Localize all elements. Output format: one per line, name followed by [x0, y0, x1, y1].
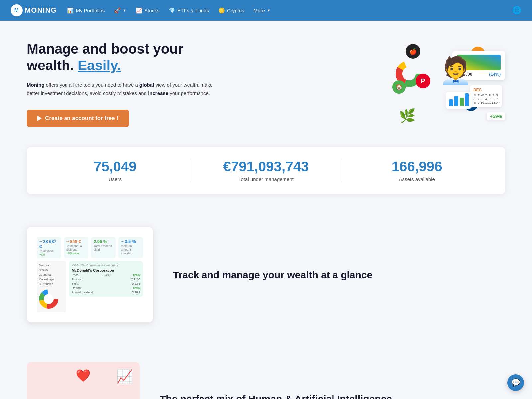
dashboard-mock: ~ 28 687 € Total value +8% ~ 848 € Total… [33, 234, 146, 316]
pinterest-icon: P [416, 74, 430, 88]
dash-stat-total-value: ~ 28 687 € Total value +8% [37, 237, 61, 258]
sidebar-item-sectors[interactable]: Sectors [39, 263, 65, 268]
bar2 [454, 96, 458, 106]
feature-ai: The perfect mix of Human & Artificial In… [0, 342, 532, 399]
more-caret: ▼ [267, 8, 271, 12]
stocks-icon: 📈 [136, 7, 142, 14]
bar1 [449, 99, 453, 106]
dash-stats-row: ~ 28 687 € Total value +8% ~ 848 € Total… [37, 237, 143, 258]
chat-bubble-button[interactable]: 💬 [507, 374, 524, 391]
portfolios-icon: 📊 [67, 7, 74, 14]
feature-track-text: Track and manage your wealth at a glance [173, 268, 505, 281]
globe-icon[interactable]: 🌐 [512, 6, 521, 15]
cta-button[interactable]: Create an account for free ! [27, 110, 129, 127]
stat-total-number: €791,093,743 [191, 159, 341, 174]
dash-stat-yield: 2.96 % Total dividend yield [91, 237, 116, 258]
dash-main: MCG:US - Consumer discretionary McDonald… [69, 261, 143, 312]
dash-stat-yield-invested: ~ 3.5 % Yield on amount invested [118, 237, 143, 258]
play-icon [37, 116, 42, 121]
rocket-caret: ▼ [123, 8, 126, 12]
svg-point-8 [44, 294, 53, 304]
stats-wrapper: 75,049 Users €791,093,743 Total under ma… [0, 147, 532, 207]
sidebar-item-stocks[interactable]: Stocks [39, 268, 65, 272]
hero-illustration: 🍎 ₿ 🏠 P ⊙ $72 000 (14%) DEC MTWTFSS 1234… [386, 41, 505, 127]
feature-ai-title: The perfect mix of Human & Artificial In… [160, 392, 505, 399]
nav-rocket[interactable]: 🚀 ▼ [114, 7, 126, 14]
nav-stocks[interactable]: 📈 Stocks [136, 7, 159, 14]
detail-position-row: Position: 2.7133 [72, 278, 140, 281]
hero-title: Manage and boost your wealth. Easily. [27, 41, 219, 74]
etfs-icon: 💎 [169, 7, 175, 14]
hero-content: Manage and boost your wealth. Easily. Mo… [27, 41, 219, 127]
dash-stat-dividend: ~ 848 € Total annual dividend +8%/year [64, 237, 88, 258]
bar4 [465, 93, 469, 106]
nav-links: 📊 My Portfolios 🚀 ▼ 📈 Stocks 💎 ETFs & Fu… [67, 7, 502, 14]
calendar-card: DEC MTWTFSS 1234567 891011121314 [470, 85, 502, 107]
cal-grid: MTWTFSS 1234567 891011121314 [473, 94, 499, 104]
bar3 [460, 98, 464, 106]
logo-text: MONING [25, 6, 57, 15]
cal-header: DEC [473, 88, 499, 92]
logo[interactable]: M MONING [11, 4, 57, 16]
stat-assets: 166,996 Assets available [341, 159, 492, 182]
ai-chart-icon: 📈 [116, 369, 133, 384]
stat-assets-number: 166,996 [341, 159, 492, 174]
ai-illustration: ❤️ 🤖 👩 📈 [27, 362, 140, 399]
detail-return-row: Return: +29% [72, 286, 140, 290]
stat-assets-label: Assets available [341, 176, 492, 182]
sidebar-item-currencies[interactable]: Currencies [39, 282, 65, 286]
sidebar-item-countries[interactable]: Countries [39, 272, 65, 277]
chat-icon: 💬 [511, 378, 520, 387]
hero-accent: Easily. [78, 58, 121, 73]
detail-card: MCG:US - Consumer discretionary McDonald… [69, 261, 143, 297]
nav-etfs[interactable]: 💎 ETFs & Funds [169, 7, 209, 14]
person-illustration: 🧑‍💼 [439, 57, 472, 84]
stat-total-label: Total under management [191, 176, 341, 182]
chart-pct: (14%) [489, 72, 501, 77]
stat-users-number: 75,049 [40, 159, 191, 174]
plant-icon: 🌿 [399, 108, 416, 124]
mini-pie [39, 289, 65, 310]
stat-users-label: Users [40, 176, 191, 182]
bar-chart-card [446, 92, 472, 109]
stats-bar: 75,049 Users €791,093,743 Total under ma… [27, 147, 505, 194]
heart-icon: ❤️ [76, 369, 91, 383]
apple-icon: 🍎 [406, 44, 420, 59]
rocket-icon: 🚀 [114, 7, 121, 14]
navbar: M MONING 📊 My Portfolios 🚀 ▼ 📈 Stocks 💎 … [0, 0, 532, 21]
detail-yield-row: Yield: 0.23 € [72, 282, 140, 285]
pct-badge: +59% [487, 112, 505, 120]
hero-desc: Moning offers you all the tools you need… [27, 81, 219, 98]
detail-dividend-row: Annual dividend: 13.28 € [72, 291, 140, 294]
nav-cryptos[interactable]: 🪙 Cryptos [218, 7, 244, 14]
stat-total: €791,093,743 Total under management [191, 159, 341, 182]
svg-point-3 [402, 67, 416, 80]
home-icon: 🏠 [392, 80, 406, 94]
hero-section: Manage and boost your wealth. Easily. Mo… [0, 21, 532, 147]
cryptos-icon: 🪙 [218, 7, 225, 14]
dash-content: Sectors Stocks Countries Marketcaps Curr… [37, 261, 143, 312]
dash-sidebar: Sectors Stocks Countries Marketcaps Curr… [37, 261, 66, 312]
feature-track: ~ 28 687 € Total value +8% ~ 848 € Total… [0, 207, 532, 342]
sidebar-item-marketcaps[interactable]: Marketcaps [39, 277, 65, 282]
nav-portfolios[interactable]: 📊 My Portfolios [67, 7, 105, 14]
logo-icon: M [11, 4, 23, 16]
detail-price-row: Price: 213 % +26% [72, 273, 140, 277]
feature-track-img: ~ 28 687 € Total value +8% ~ 848 € Total… [27, 227, 153, 322]
nav-more[interactable]: More ▼ [254, 8, 271, 13]
stat-users: 75,049 Users [40, 159, 191, 182]
feature-ai-text: The perfect mix of Human & Artificial In… [160, 392, 505, 399]
feature-track-title: Track and manage your wealth at a glance [173, 268, 505, 281]
